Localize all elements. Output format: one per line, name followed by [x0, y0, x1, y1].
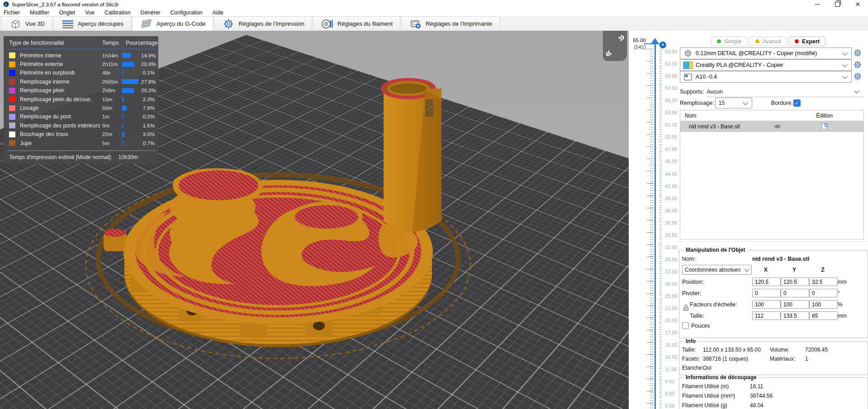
print-settings-preset-combo[interactable]: 0.12mm DETAIL @CREALITY - Copier (modifi…	[680, 47, 852, 59]
size-z-input[interactable]	[809, 311, 838, 320]
menu-item-modifier[interactable]: Modifier	[25, 9, 54, 16]
position-z-input[interactable]	[809, 277, 838, 286]
close-button[interactable]: ×	[848, 0, 868, 9]
edit-filament-settings-button[interactable]	[853, 59, 863, 70]
feature-percentage: 2.3%	[141, 97, 156, 102]
green-dot-icon	[717, 39, 721, 43]
mode-simple-button[interactable]: Simple	[711, 37, 747, 46]
tab-vue-3d[interactable]: Vue 3D	[1, 16, 52, 31]
layer-tick-label: 8.00	[665, 391, 674, 396]
tab-reglages-filament[interactable]: Réglages du filament	[313, 16, 400, 31]
name-label: Nom:	[682, 256, 751, 262]
printer-preset-combo[interactable]: A10 -0.4	[680, 71, 852, 83]
layer-slider-strip: 65.00 (541) + 63.9262.0059.9657.9256.005…	[629, 31, 677, 409]
menu-item-vue[interactable]: Vue	[80, 9, 100, 16]
tab-reglages-imprimante[interactable]: Réglages de l'Imprimante	[401, 16, 500, 31]
brim-checkbox[interactable]: ✓	[793, 99, 801, 107]
inches-label: Pouces	[691, 323, 710, 329]
feature-label: Remplissage plein du dessus	[20, 96, 102, 103]
size-x-input[interactable]	[752, 311, 781, 320]
position-x-input[interactable]	[752, 277, 781, 286]
inches-checkbox[interactable]	[682, 322, 689, 329]
feature-color-swatch	[9, 88, 15, 94]
layer-tick-label: 5.96	[665, 403, 674, 409]
edit-printer-settings-button[interactable]	[853, 71, 863, 82]
estimated-time-value: 10h30m	[119, 154, 138, 160]
layer-tick-label: 23.96	[665, 293, 678, 299]
3d-viewport[interactable]: Type de fonctionnalité Temps Pourcentage…	[0, 31, 629, 409]
chevron-down-icon	[743, 100, 748, 105]
info-manifold-label: Etanche:	[682, 365, 703, 371]
tab-apercu-gcode[interactable]: Aperçu du G-Code	[132, 16, 213, 31]
feature-percentage: 14.9%	[141, 53, 157, 58]
legend-col-pct: Pourcentage	[126, 40, 158, 46]
position-unit: mm	[838, 279, 851, 285]
legend-row: Remplissage des ponts intérieurs9m1.5%	[9, 121, 156, 130]
filament-mm3-value: 38744.56	[750, 393, 865, 399]
feature-percentage-bar	[122, 97, 123, 102]
settings-panel: Simple Avancé Expert 0.12mm DETAIL @CREA…	[677, 31, 868, 409]
collapse-panel-button[interactable]: » «	[603, 31, 627, 61]
object-row[interactable]: nid rond v3 - Base.stl	[680, 121, 863, 132]
feature-label: Jupe	[20, 140, 102, 146]
legend-row: Remplissage plein2h8m20.3%	[9, 86, 156, 95]
position-y-input[interactable]	[781, 277, 809, 286]
feature-percentage: 27.8%	[141, 79, 157, 85]
rotate-y-input[interactable]	[781, 289, 809, 297]
feature-color-swatch	[9, 70, 15, 76]
feature-time: 50m	[102, 105, 122, 111]
menu-item-aide[interactable]: Aide	[208, 9, 228, 16]
mode-expert-button[interactable]: Expert	[789, 37, 825, 46]
legend-divider	[7, 150, 156, 151]
filament-preset-combo[interactable]: Creality PLA @CREALITY - Copier	[680, 59, 852, 71]
layer-tick-label: 50.00	[665, 134, 678, 140]
edit-print-settings-button[interactable]	[853, 47, 863, 58]
restore-button[interactable]	[827, 0, 848, 9]
feature-time: 5m	[102, 141, 122, 146]
lock-icon[interactable]	[683, 304, 689, 311]
size-y-input[interactable]	[781, 311, 809, 320]
scale-x-input[interactable]	[752, 300, 781, 309]
tab-label: Réglages du filament	[337, 20, 393, 27]
rotate-x-input[interactable]	[752, 289, 781, 297]
menu-item-générer[interactable]: Générer	[135, 9, 165, 16]
rotate-z-input[interactable]	[809, 289, 838, 297]
menu-item-onglet[interactable]: Onglet	[54, 9, 80, 16]
legend-header-underline	[9, 49, 156, 49]
scale-y-input[interactable]	[781, 300, 809, 309]
eye-icon[interactable]	[770, 124, 785, 129]
printer-icon	[409, 19, 422, 29]
legend-row: Remplissage plein du dessus15m2.3%	[9, 95, 156, 103]
layer-tick-label: 15.92	[665, 342, 678, 348]
tab-apercu-decoupes[interactable]: Aperçu découpes	[53, 16, 131, 31]
filament-m-label: Filament Utilisé (m)	[682, 383, 750, 390]
edit-object-icon[interactable]	[785, 123, 863, 130]
feature-type-legend: Type de fonctionnalité Temps Pourcentage…	[4, 36, 158, 164]
rotate-label: Pivoter:	[682, 290, 751, 296]
mode-avance-button[interactable]: Avancé	[749, 37, 787, 46]
feature-color-swatch	[9, 105, 15, 111]
mode-label: Simple	[724, 38, 741, 45]
axis-y-header: Y	[781, 267, 808, 273]
feature-label: Remplissage plein	[20, 87, 102, 94]
layer-slider-track[interactable]	[655, 44, 656, 409]
legend-row: Périmètre en surplomb48s0.1%	[9, 69, 156, 77]
minimize-button[interactable]	[807, 0, 827, 9]
supports-label: Supports:	[680, 89, 704, 95]
supports-combo[interactable]: Aucun	[707, 87, 863, 97]
tab-reglages-impression[interactable]: Réglages de l'Impression	[214, 16, 312, 31]
gear-icon	[222, 19, 235, 29]
menu-item-calibration[interactable]: Calibration	[100, 9, 135, 16]
feature-percentage-bar	[122, 132, 124, 137]
layer-slider-handle[interactable]	[651, 38, 659, 44]
add-layer-range-button[interactable]: +	[659, 42, 666, 48]
infill-label: Remplissage:	[680, 100, 714, 106]
menu-item-configuration[interactable]: Configuration	[165, 9, 207, 16]
tab-label: Vue 3D	[25, 20, 45, 27]
info-materials-value: 1	[805, 356, 865, 362]
coordinates-mode-combo[interactable]: Coordonnées absolues	[682, 265, 752, 275]
scale-z-input[interactable]	[809, 300, 838, 309]
infill-combo[interactable]: 15	[715, 98, 752, 108]
menu-item-fichier[interactable]: Fichier	[0, 9, 25, 16]
printer-mini-icon	[680, 74, 696, 80]
